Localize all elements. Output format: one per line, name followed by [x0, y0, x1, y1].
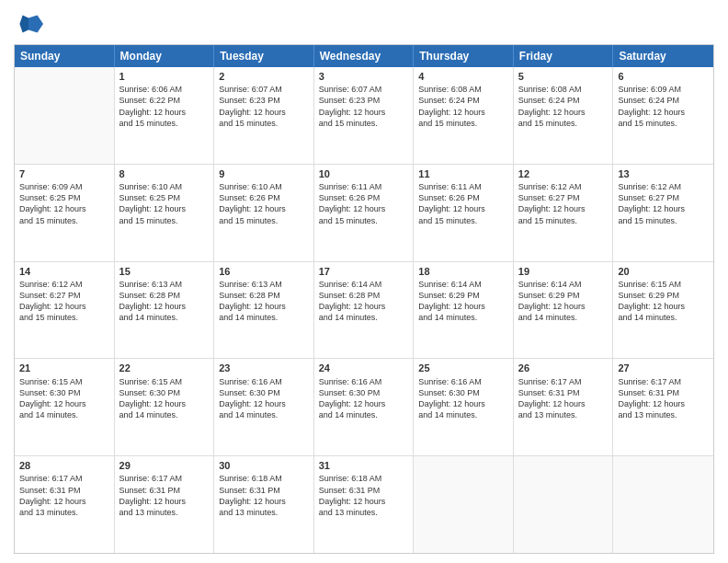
calendar-day-cell: 4Sunrise: 6:08 AMSunset: 6:24 PMDaylight…: [414, 67, 514, 164]
calendar-body: 1Sunrise: 6:06 AMSunset: 6:22 PMDaylight…: [15, 67, 713, 553]
day-info: Sunrise: 6:15 AMSunset: 6:30 PMDaylight:…: [119, 376, 210, 421]
calendar-day-cell: 20Sunrise: 6:15 AMSunset: 6:29 PMDayligh…: [613, 262, 713, 359]
day-number: 14: [19, 265, 109, 278]
day-info: Sunrise: 6:17 AMSunset: 6:31 PMDaylight:…: [19, 473, 109, 518]
day-info: Sunrise: 6:09 AMSunset: 6:25 PMDaylight:…: [19, 181, 109, 226]
day-info: Sunrise: 6:13 AMSunset: 6:28 PMDaylight:…: [119, 279, 210, 324]
calendar-week-row: 7Sunrise: 6:09 AMSunset: 6:25 PMDaylight…: [15, 165, 713, 262]
day-number: 16: [219, 265, 309, 278]
day-number: 8: [119, 167, 210, 180]
calendar-day-cell: 28Sunrise: 6:17 AMSunset: 6:31 PMDayligh…: [15, 456, 115, 553]
calendar-week-row: 21Sunrise: 6:15 AMSunset: 6:30 PMDayligh…: [15, 359, 713, 456]
day-number: 6: [618, 70, 709, 83]
calendar-day-cell: 23Sunrise: 6:16 AMSunset: 6:30 PMDayligh…: [214, 359, 314, 455]
calendar-day-cell: 3Sunrise: 6:07 AMSunset: 6:23 PMDaylight…: [314, 67, 415, 164]
day-number: 27: [618, 362, 709, 374]
day-number: 21: [19, 362, 109, 374]
calendar-header-cell: Monday: [115, 45, 215, 67]
day-number: 15: [119, 265, 210, 278]
day-number: 29: [119, 459, 210, 472]
calendar-day-cell: 29Sunrise: 6:17 AMSunset: 6:31 PMDayligh…: [115, 456, 215, 553]
day-info: Sunrise: 6:10 AMSunset: 6:25 PMDaylight:…: [119, 181, 210, 226]
header: [14, 9, 714, 39]
calendar-header-cell: Thursday: [414, 45, 514, 67]
calendar-day-cell: 10Sunrise: 6:11 AMSunset: 6:26 PMDayligh…: [314, 165, 415, 261]
calendar-day-cell: 18Sunrise: 6:14 AMSunset: 6:29 PMDayligh…: [414, 262, 514, 359]
calendar-day-cell: 21Sunrise: 6:15 AMSunset: 6:30 PMDayligh…: [15, 359, 115, 455]
day-number: 11: [418, 167, 508, 180]
day-info: Sunrise: 6:08 AMSunset: 6:24 PMDaylight:…: [418, 84, 508, 129]
day-number: 10: [319, 167, 409, 180]
svg-marker-1: [19, 15, 28, 32]
day-info: Sunrise: 6:08 AMSunset: 6:24 PMDaylight:…: [518, 84, 609, 129]
day-number: 20: [618, 265, 709, 278]
day-number: 30: [219, 459, 309, 472]
day-info: Sunrise: 6:15 AMSunset: 6:30 PMDaylight:…: [19, 376, 109, 421]
day-info: Sunrise: 6:12 AMSunset: 6:27 PMDaylight:…: [19, 279, 109, 324]
logo-icon: [14, 9, 43, 39]
calendar-day-cell: 5Sunrise: 6:08 AMSunset: 6:24 PMDaylight…: [514, 67, 614, 164]
day-info: Sunrise: 6:09 AMSunset: 6:24 PMDaylight:…: [618, 84, 709, 129]
day-number: 28: [19, 459, 109, 472]
day-info: Sunrise: 6:07 AMSunset: 6:23 PMDaylight:…: [319, 84, 409, 129]
day-number: 26: [518, 362, 609, 374]
day-number: 17: [319, 265, 409, 278]
day-info: Sunrise: 6:16 AMSunset: 6:30 PMDaylight:…: [219, 376, 309, 421]
calendar-week-row: 28Sunrise: 6:17 AMSunset: 6:31 PMDayligh…: [15, 456, 713, 553]
calendar-day-cell: 22Sunrise: 6:15 AMSunset: 6:30 PMDayligh…: [115, 359, 215, 455]
calendar-day-cell: 15Sunrise: 6:13 AMSunset: 6:28 PMDayligh…: [115, 262, 215, 359]
calendar-day-cell: [613, 456, 713, 553]
day-number: 19: [518, 265, 609, 278]
calendar-header-cell: Saturday: [613, 45, 713, 67]
day-number: 18: [418, 265, 508, 278]
calendar-day-cell: 16Sunrise: 6:13 AMSunset: 6:28 PMDayligh…: [214, 262, 314, 359]
calendar-header-cell: Friday: [514, 45, 614, 67]
calendar-day-cell: [514, 456, 614, 553]
calendar-day-cell: [15, 67, 115, 164]
day-info: Sunrise: 6:17 AMSunset: 6:31 PMDaylight:…: [618, 376, 709, 421]
day-number: 25: [418, 362, 508, 374]
logo: [14, 9, 47, 39]
calendar-week-row: 14Sunrise: 6:12 AMSunset: 6:27 PMDayligh…: [15, 262, 713, 360]
day-number: 4: [418, 70, 508, 83]
calendar-day-cell: 1Sunrise: 6:06 AMSunset: 6:22 PMDaylight…: [115, 67, 215, 164]
calendar-day-cell: 9Sunrise: 6:10 AMSunset: 6:26 PMDaylight…: [214, 165, 314, 261]
day-info: Sunrise: 6:12 AMSunset: 6:27 PMDaylight:…: [518, 181, 609, 226]
calendar-day-cell: 31Sunrise: 6:18 AMSunset: 6:31 PMDayligh…: [314, 456, 415, 553]
day-info: Sunrise: 6:17 AMSunset: 6:31 PMDaylight:…: [119, 473, 210, 518]
day-number: 7: [19, 167, 109, 180]
calendar-day-cell: 2Sunrise: 6:07 AMSunset: 6:23 PMDaylight…: [214, 67, 314, 164]
calendar-day-cell: 6Sunrise: 6:09 AMSunset: 6:24 PMDaylight…: [613, 67, 713, 164]
calendar-day-cell: 19Sunrise: 6:14 AMSunset: 6:29 PMDayligh…: [514, 262, 614, 359]
calendar-day-cell: 27Sunrise: 6:17 AMSunset: 6:31 PMDayligh…: [613, 359, 713, 455]
day-number: 5: [518, 70, 609, 83]
day-info: Sunrise: 6:06 AMSunset: 6:22 PMDaylight:…: [119, 84, 210, 129]
day-info: Sunrise: 6:12 AMSunset: 6:27 PMDaylight:…: [618, 181, 709, 226]
day-number: 22: [119, 362, 210, 374]
day-info: Sunrise: 6:18 AMSunset: 6:31 PMDaylight:…: [319, 473, 409, 518]
day-number: 1: [119, 70, 210, 83]
svg-marker-0: [28, 15, 43, 32]
day-info: Sunrise: 6:15 AMSunset: 6:29 PMDaylight:…: [618, 279, 709, 324]
calendar-day-cell: 24Sunrise: 6:16 AMSunset: 6:30 PMDayligh…: [314, 359, 415, 455]
day-info: Sunrise: 6:14 AMSunset: 6:28 PMDaylight:…: [319, 279, 409, 324]
calendar-day-cell: 12Sunrise: 6:12 AMSunset: 6:27 PMDayligh…: [514, 165, 614, 261]
calendar-day-cell: 14Sunrise: 6:12 AMSunset: 6:27 PMDayligh…: [15, 262, 115, 359]
calendar-day-cell: 17Sunrise: 6:14 AMSunset: 6:28 PMDayligh…: [314, 262, 415, 359]
day-number: 31: [319, 459, 409, 472]
day-info: Sunrise: 6:14 AMSunset: 6:29 PMDaylight:…: [518, 279, 609, 324]
day-number: 13: [618, 167, 709, 180]
day-info: Sunrise: 6:10 AMSunset: 6:26 PMDaylight:…: [219, 181, 309, 226]
calendar-week-row: 1Sunrise: 6:06 AMSunset: 6:22 PMDaylight…: [15, 67, 713, 165]
calendar-day-cell: 8Sunrise: 6:10 AMSunset: 6:25 PMDaylight…: [115, 165, 215, 261]
day-number: 24: [319, 362, 409, 374]
day-number: 12: [518, 167, 609, 180]
day-info: Sunrise: 6:07 AMSunset: 6:23 PMDaylight:…: [219, 84, 309, 129]
page: SundayMondayTuesdayWednesdayThursdayFrid…: [0, 0, 728, 563]
day-number: 23: [219, 362, 309, 374]
calendar-day-cell: [414, 456, 514, 553]
calendar-header-cell: Wednesday: [314, 45, 415, 67]
calendar-header-cell: Sunday: [15, 45, 115, 67]
calendar-day-cell: 7Sunrise: 6:09 AMSunset: 6:25 PMDaylight…: [15, 165, 115, 261]
calendar-header-cell: Tuesday: [214, 45, 314, 67]
